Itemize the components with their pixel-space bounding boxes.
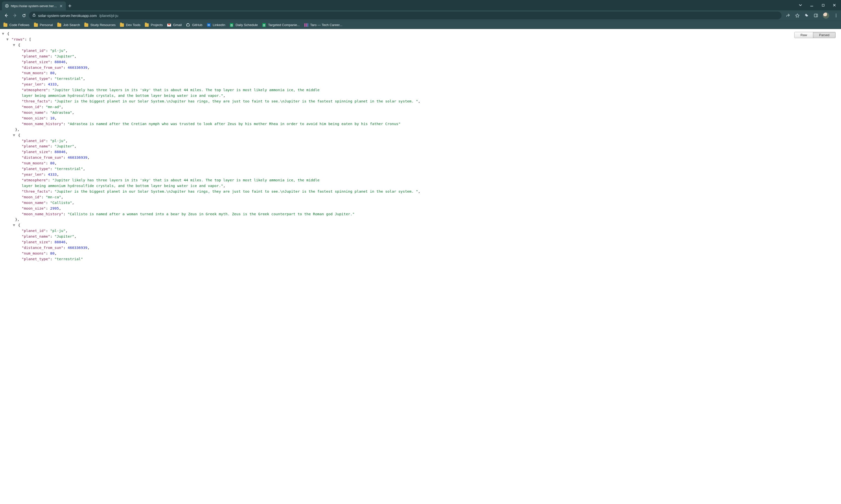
lock-icon xyxy=(33,13,36,18)
folder-icon xyxy=(145,23,149,27)
gmail-icon xyxy=(167,23,171,27)
bookmark-label: Dev Tools xyxy=(126,23,140,27)
url-path: /planet/pl-ju xyxy=(99,14,118,18)
github-icon xyxy=(186,23,190,27)
view-toggle: Raw Parsed xyxy=(794,32,836,38)
bookmark-label: Personal xyxy=(40,23,53,27)
tab-title: https://solar-system-server.herok xyxy=(11,4,57,8)
bookmark-label: Code Fellows xyxy=(10,23,30,27)
window-maximize-icon[interactable] xyxy=(821,3,825,7)
bookmark-label: Study Resources xyxy=(90,23,115,27)
address-bar[interactable]: solar-system-server.herokuapp.com/planet… xyxy=(29,12,782,19)
svg-rect-2 xyxy=(33,15,35,16)
taro-icon xyxy=(304,23,308,27)
svg-rect-3 xyxy=(814,14,818,17)
folder-icon xyxy=(57,23,61,27)
profile-avatar[interactable] xyxy=(823,12,829,19)
window-close-icon[interactable] xyxy=(832,3,837,7)
svg-point-6 xyxy=(836,16,836,17)
json-viewer: Raw Parsed ▼ { ▼ "rows": [ ▼ { "planet_i… xyxy=(0,29,841,504)
bookmark-star-icon[interactable] xyxy=(795,13,800,18)
url-host: solar-system-server.herokuapp.com xyxy=(38,14,96,18)
sheets-icon xyxy=(230,23,234,27)
svg-rect-1 xyxy=(822,4,824,6)
bookmark-item[interactable]: Targeted Companie... xyxy=(262,23,300,27)
bookmark-item[interactable]: Taro — Tech Career... xyxy=(304,23,342,27)
browser-toolbar: solar-system-server.herokuapp.com/planet… xyxy=(0,10,841,21)
nav-reload-button[interactable] xyxy=(20,12,28,19)
bookmark-item[interactable]: inLinkedIn xyxy=(207,23,225,27)
bookmark-item[interactable]: Study Resources xyxy=(84,23,115,27)
bookmark-item[interactable]: Code Fellows xyxy=(3,23,30,27)
new-tab-button[interactable] xyxy=(66,1,74,10)
globe-icon xyxy=(5,4,9,8)
close-tab-icon[interactable] xyxy=(59,4,63,8)
nav-back-button[interactable] xyxy=(2,12,10,19)
bookmark-label: Daily Schedule xyxy=(235,23,258,27)
folder-icon xyxy=(120,23,124,27)
view-raw-button[interactable]: Raw xyxy=(794,32,813,38)
side-panel-icon[interactable] xyxy=(813,13,818,18)
chrome-menu-icon[interactable] xyxy=(834,13,839,18)
browser-tab[interactable]: https://solar-system-server.herok xyxy=(2,1,66,10)
folder-icon xyxy=(34,23,38,27)
sheets-icon xyxy=(262,23,266,27)
bookmark-label: Job Search xyxy=(63,23,80,27)
bookmark-item[interactable]: Job Search xyxy=(57,23,80,27)
folder-icon xyxy=(84,23,88,27)
bookmark-label: Projects xyxy=(151,23,163,27)
window-controls xyxy=(796,0,841,10)
bookmark-item[interactable]: GitHub xyxy=(186,23,202,27)
toolbar-right xyxy=(783,12,839,19)
bookmark-item[interactable]: Gmail xyxy=(167,23,182,27)
bookmark-label: LinkedIn xyxy=(213,23,225,27)
bookmark-item[interactable]: Daily Schedule xyxy=(230,23,258,27)
extensions-icon[interactable] xyxy=(804,13,809,18)
svg-point-5 xyxy=(836,15,836,16)
svg-point-4 xyxy=(836,14,836,15)
json-tree[interactable]: ▼ { ▼ "rows": [ ▼ { "planet_id": "pl-ju"… xyxy=(0,29,841,272)
share-icon[interactable] xyxy=(785,13,790,18)
window-minimize-icon[interactable] xyxy=(809,3,814,7)
folder-icon xyxy=(3,23,7,27)
bookmark-label: Taro — Tech Career... xyxy=(310,23,342,27)
bookmark-item[interactable]: Personal xyxy=(34,23,53,27)
tabs-dropdown-icon[interactable] xyxy=(798,3,803,7)
bookmark-label: Targeted Companie... xyxy=(268,23,300,27)
bookmark-label: GitHub xyxy=(192,23,202,27)
nav-forward-button[interactable] xyxy=(11,12,19,19)
bookmark-label: Gmail xyxy=(173,23,182,27)
bookmarks-bar: Code FellowsPersonalJob SearchStudy Reso… xyxy=(0,21,841,29)
view-parsed-button[interactable]: Parsed xyxy=(813,32,835,38)
browser-titlebar: https://solar-system-server.herok xyxy=(0,0,841,10)
linkedin-icon: in xyxy=(207,23,211,27)
bookmark-item[interactable]: Projects xyxy=(145,23,163,27)
bookmark-item[interactable]: Dev Tools xyxy=(120,23,140,27)
